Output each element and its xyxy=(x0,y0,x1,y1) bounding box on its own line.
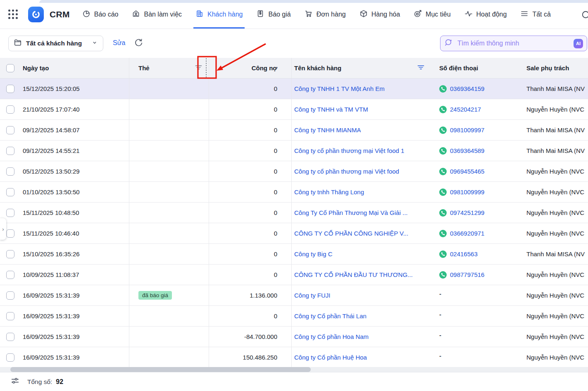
table-row[interactable]: 16/09/2025 15:31:39-84.700.000Công ty Cổ… xyxy=(0,327,588,347)
row-checkbox[interactable] xyxy=(0,244,19,264)
edit-view-link[interactable]: Sửa xyxy=(113,39,125,47)
table-row[interactable]: 01/10/2025 13:50:500Công ty tnhh Thăng L… xyxy=(0,182,588,203)
box-icon xyxy=(359,10,368,19)
table-row[interactable]: 16/09/2025 15:31:39đã báo giá1.136.000Cô… xyxy=(0,285,588,306)
pie-chart-icon xyxy=(82,10,90,19)
customer-name-link[interactable]: Công ty Cổ phần Huệ Hoa xyxy=(294,354,367,361)
row-checkbox[interactable] xyxy=(0,141,19,161)
nav-item-bao-gia[interactable]: Báo giá xyxy=(256,0,290,29)
row-phone: 0981009997 xyxy=(433,120,520,140)
row-phone: - xyxy=(433,285,520,305)
customer-name-link[interactable]: Công ty tnhh Thăng Long xyxy=(294,188,364,196)
phone-number-link[interactable]: 02416563 xyxy=(450,250,478,257)
table-row[interactable]: 16/09/2025 15:31:39150.486.250Công ty Cổ… xyxy=(0,347,588,368)
column-header-name[interactable]: Tên khách hàng xyxy=(292,58,433,78)
row-checkbox[interactable] xyxy=(0,182,19,202)
select-all-checkbox[interactable] xyxy=(0,58,19,78)
table-row[interactable]: 21/10/2025 17:07:400Công ty TNHH và TM V… xyxy=(0,99,588,120)
table-row[interactable]: 09/12/2025 14:55:210Công ty cổ phần thươ… xyxy=(0,141,588,161)
customer-name-link[interactable]: Công Ty Cổ Phần Thương Mại Và Giải ... xyxy=(294,209,407,216)
table-row[interactable]: 15/10/2025 16:35:260Công ty Big C0241656… xyxy=(0,244,588,265)
column-header-sale[interactable]: Sale phụ trách xyxy=(520,58,588,78)
phone-number-link[interactable]: 245204217 xyxy=(450,106,481,113)
phone-number-link[interactable]: 0981009997 xyxy=(450,126,484,134)
nav-item-bao-cao[interactable]: Báo cáo xyxy=(82,0,119,29)
tag-badge: đã báo giá xyxy=(138,291,172,300)
filter-active-icon[interactable] xyxy=(417,64,424,72)
filter-icon[interactable] xyxy=(195,64,202,72)
workspace-icon xyxy=(132,10,140,19)
row-checkbox[interactable] xyxy=(0,285,19,305)
phone-icon xyxy=(439,106,447,113)
row-debt: 0 xyxy=(209,161,292,181)
nav-item-ban-lam-viec[interactable]: Bàn làm việc xyxy=(132,0,182,29)
empty-phone-dash: - xyxy=(439,311,441,318)
column-header-tag[interactable]: Thẻ xyxy=(129,58,209,78)
row-debt: 0 xyxy=(209,120,292,140)
phone-number-link[interactable]: 0981009999 xyxy=(450,188,484,196)
customer-name-link[interactable]: Công ty TNHH và TM VTM xyxy=(294,106,368,113)
nav-item-don-hang[interactable]: Đơn hàng xyxy=(305,0,346,29)
table-row[interactable]: 15/11/2025 10:48:500Công Ty Cổ Phần Thươ… xyxy=(0,203,588,223)
column-header-phone[interactable]: Số điện thoại xyxy=(433,58,520,78)
row-checkbox[interactable] xyxy=(0,79,19,99)
nav-item-hang-hoa[interactable]: Hàng hóa xyxy=(359,0,400,29)
row-checkbox[interactable] xyxy=(0,99,19,119)
row-customer-name: CÔNG TY CỔ PHẦN CÔNG NGHIỆP V... xyxy=(292,223,433,243)
customer-name-link[interactable]: Công ty Big C xyxy=(294,250,333,257)
row-created-date: 16/09/2025 15:31:39 xyxy=(19,285,129,305)
table-row[interactable]: 16/09/2025 15:31:390Công ty Cổ phần Thái… xyxy=(0,306,588,327)
row-tag xyxy=(129,161,209,181)
table-row[interactable]: 09/12/2025 14:58:070Công ty TNHH MIANMA0… xyxy=(0,120,588,141)
row-checkbox[interactable] xyxy=(0,265,19,285)
sliders-icon[interactable] xyxy=(11,377,19,387)
row-tag xyxy=(129,244,209,264)
customer-name-link[interactable]: Công ty cổ phần thương mại Việt food 1 xyxy=(294,147,404,154)
nav-item-khach-hang[interactable]: Khách hàng xyxy=(195,0,243,29)
view-selector-dropdown[interactable]: Tất cả khách hàng xyxy=(8,36,103,51)
customer-name-link[interactable]: Công ty cổ phần thương mại Việt food xyxy=(294,168,399,175)
horizontal-scrollbar-thumb[interactable] xyxy=(10,367,311,372)
customer-name-link[interactable]: Công ty FUJI xyxy=(294,292,331,299)
table-row[interactable]: 15/11/2025 10:46:400CÔNG TY CỔ PHẦN CÔNG… xyxy=(0,223,588,244)
nav-item-muc-tieu[interactable]: Mục tiêu xyxy=(414,0,450,29)
phone-number-link[interactable]: 0369364589 xyxy=(450,147,484,154)
app-launcher-icon[interactable] xyxy=(7,8,20,21)
row-sale-owner: Nguyễn Huyền (NVC xyxy=(520,182,588,202)
nav-item-hoat-dong[interactable]: Hoạt động xyxy=(464,0,507,29)
nav-item-tat-ca[interactable]: Tất cả xyxy=(520,0,550,29)
customer-name-link[interactable]: Công ty TNHH MIANMA xyxy=(294,126,361,134)
side-panel-expander[interactable]: › xyxy=(0,218,6,240)
customer-name-link[interactable]: Công ty Cổ phần Hoa Nam xyxy=(294,333,369,340)
customer-name-link[interactable]: CÔNG TY CỔ PHẦN CÔNG NGHIỆP V... xyxy=(294,230,408,237)
table-row[interactable]: 05/12/2025 13:50:290Công ty cổ phần thươ… xyxy=(0,161,588,182)
table-row[interactable]: 10/09/2025 11:08:370CÔNG TY CỔ PHẦN ĐẦU … xyxy=(0,265,588,285)
row-checkbox[interactable] xyxy=(0,161,19,181)
column-header-date[interactable]: Ngày tạo xyxy=(19,58,129,78)
phone-number-link[interactable]: 0969455465 xyxy=(450,168,484,175)
row-checkbox[interactable] xyxy=(0,347,19,367)
customer-name-link[interactable]: Công ty TNHH 1 TV Một Anh Em xyxy=(294,85,385,92)
phone-number-link[interactable]: 0974251299 xyxy=(450,209,484,216)
row-created-date: 09/12/2025 14:55:21 xyxy=(19,141,129,161)
search-input[interactable] xyxy=(457,40,574,47)
row-tag xyxy=(129,120,209,140)
row-customer-name: Công ty Cổ phần Hoa Nam xyxy=(292,327,433,347)
refresh-icon[interactable] xyxy=(134,38,143,49)
nav-search-icon[interactable] xyxy=(581,10,588,22)
customer-name-link[interactable]: Công ty Cổ phần Thái Lan xyxy=(294,312,367,319)
customer-name-link[interactable]: CÔNG TY CỔ PHẦN ĐẦU TƯ THƯƠNG... xyxy=(294,271,413,278)
smart-search-box[interactable]: AI xyxy=(440,36,587,51)
row-checkbox[interactable] xyxy=(0,327,19,347)
row-phone: 0987797516 xyxy=(433,265,520,285)
row-checkbox[interactable] xyxy=(0,120,19,140)
phone-number-link[interactable]: 0366920971 xyxy=(450,230,484,237)
phone-number-link[interactable]: 0987797516 xyxy=(450,271,484,278)
phone-number-link[interactable]: 0369364159 xyxy=(450,85,484,92)
table-body: 15/12/2025 15:20:050Công ty TNHH 1 TV Mộ… xyxy=(0,79,588,368)
crm-logo-icon[interactable] xyxy=(28,7,44,22)
row-checkbox[interactable] xyxy=(0,306,19,326)
window-top-strip xyxy=(39,0,588,3)
column-header-debt[interactable]: Công nợ xyxy=(209,58,292,78)
table-row[interactable]: 15/12/2025 15:20:050Công ty TNHH 1 TV Mộ… xyxy=(0,79,588,99)
